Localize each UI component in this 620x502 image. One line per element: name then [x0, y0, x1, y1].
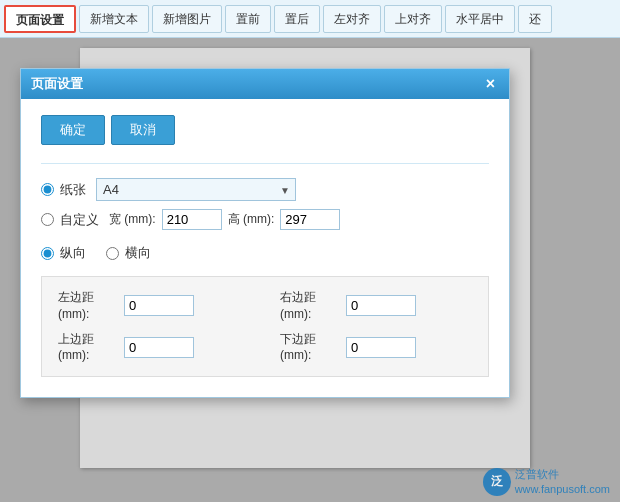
custom-radio[interactable] — [41, 213, 54, 226]
bottom-margin-item: 下边距 (mm): — [280, 331, 472, 365]
brand-text: 泛普软件 www.fanpusoft.com — [515, 467, 610, 496]
toolbar-btn-add-image[interactable]: 新增图片 — [152, 5, 222, 33]
landscape-label: 横向 — [125, 244, 151, 262]
dialog-header: 页面设置 × — [21, 69, 509, 99]
brand-logo: 泛 — [483, 468, 511, 496]
dialog-overlay: 页面设置 × 确定 取消 纸张 — [0, 38, 620, 502]
brand-logo-text: 泛 — [491, 473, 503, 490]
toolbar-btn-align-h-center[interactable]: 水平居中 — [445, 5, 515, 33]
dialog-body: 确定 取消 纸张 A4 A3 — [21, 99, 509, 397]
paper-label: 纸张 — [60, 181, 86, 199]
dialog-actions: 确定 取消 — [41, 115, 489, 145]
portrait-radio[interactable] — [41, 247, 54, 260]
brand-name: 泛普软件 — [515, 467, 610, 481]
toolbar-btn-add-text[interactable]: 新增文本 — [79, 5, 149, 33]
custom-size-row: 自定义 宽 (mm): 高 (mm): — [41, 209, 489, 230]
paper-radio-row: 纸张 A4 A3 B5 Letter 自定义 ▼ — [41, 178, 489, 201]
margins-section: 左边距 (mm): 右边距 (mm): — [41, 276, 489, 377]
paper-radio-group: 纸张 — [41, 181, 86, 199]
landscape-option: 横向 — [106, 244, 151, 262]
portrait-label: 纵向 — [60, 244, 86, 262]
toolbar-btn-align-top[interactable]: 上对齐 — [384, 5, 442, 33]
confirm-button[interactable]: 确定 — [41, 115, 105, 145]
left-margin-input[interactable] — [124, 295, 194, 316]
main-area: 页面设置 × 确定 取消 纸张 — [0, 38, 620, 502]
left-margin-item: 左边距 (mm): — [58, 289, 250, 323]
toolbar-btn-undo[interactable]: 还 — [518, 5, 552, 33]
height-label: 高 (mm): — [228, 211, 275, 228]
bottom-margin-label: 下边距 (mm): — [280, 331, 340, 365]
paper-radio[interactable] — [41, 183, 54, 196]
brand-url: www.fanpusoft.com — [515, 482, 610, 496]
top-margin-input[interactable] — [124, 337, 194, 358]
divider — [41, 163, 489, 164]
dialog-title: 页面设置 — [31, 75, 83, 93]
width-label: 宽 (mm): — [109, 211, 156, 228]
paper-section: 纸张 A4 A3 B5 Letter 自定义 ▼ — [41, 178, 489, 230]
brand-footer: 泛 泛普软件 www.fanpusoft.com — [483, 467, 610, 496]
top-margin-item: 上边距 (mm): — [58, 331, 250, 365]
toolbar-btn-bring-front[interactable]: 置前 — [225, 5, 271, 33]
paper-select[interactable]: A4 A3 B5 Letter 自定义 — [96, 178, 296, 201]
custom-dimensions-row: 宽 (mm): 高 (mm): — [109, 209, 340, 230]
bottom-margin-input[interactable] — [346, 337, 416, 358]
left-margin-label: 左边距 (mm): — [58, 289, 118, 323]
toolbar-btn-align-left[interactable]: 左对齐 — [323, 5, 381, 33]
height-input[interactable] — [280, 209, 340, 230]
top-margin-label: 上边距 (mm): — [58, 331, 118, 365]
paper-select-wrapper: A4 A3 B5 Letter 自定义 ▼ — [96, 178, 296, 201]
orientation-section: 纵向 横向 — [41, 244, 489, 262]
dialog-close-button[interactable]: × — [482, 76, 499, 92]
right-margin-input[interactable] — [346, 295, 416, 316]
right-margin-label: 右边距 (mm): — [280, 289, 340, 323]
custom-label: 自定义 — [60, 211, 99, 229]
custom-radio-group: 自定义 — [41, 211, 99, 229]
portrait-option: 纵向 — [41, 244, 86, 262]
cancel-button[interactable]: 取消 — [111, 115, 175, 145]
landscape-radio[interactable] — [106, 247, 119, 260]
page-setup-dialog: 页面设置 × 确定 取消 纸张 — [20, 68, 510, 398]
toolbar-btn-page-setup[interactable]: 页面设置 — [4, 5, 76, 33]
width-input[interactable] — [162, 209, 222, 230]
toolbar-btn-send-back[interactable]: 置后 — [274, 5, 320, 33]
right-margin-item: 右边距 (mm): — [280, 289, 472, 323]
toolbar: 页面设置新增文本新增图片置前置后左对齐上对齐水平居中还 — [0, 0, 620, 38]
